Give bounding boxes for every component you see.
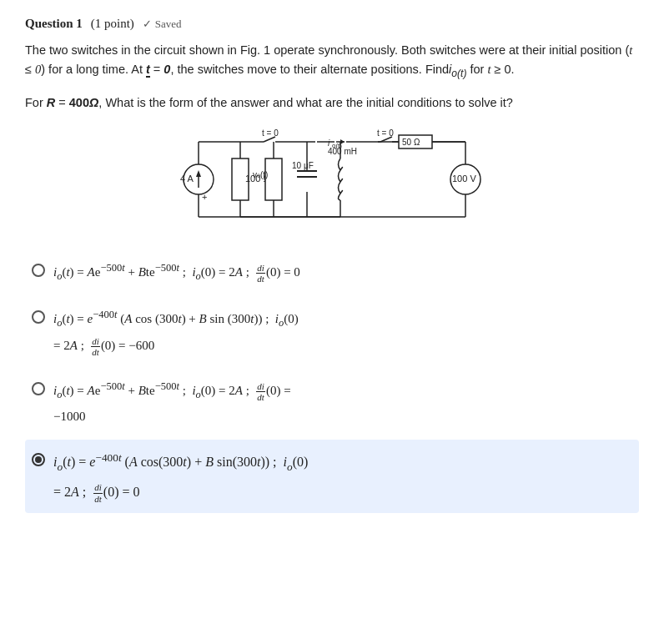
problem-text: The two switches in the circuit shown in… <box>25 41 639 82</box>
svg-rect-17 <box>265 158 282 200</box>
for-r-line: For R = 400Ω, What is the form of the an… <box>25 93 639 113</box>
svg-text:t = 0: t = 0 <box>262 128 279 138</box>
circuit-container: 4 A + 100 Ω v₀(t) t = 0 10 μF <box>25 125 639 234</box>
svg-text:v₀(t): v₀(t) <box>253 170 268 179</box>
svg-text:t = 0: t = 0 <box>377 128 394 138</box>
circuit-diagram: 4 A + 100 Ω v₀(t) t = 0 10 μF <box>174 125 490 234</box>
option-2-radio[interactable] <box>32 310 45 324</box>
svg-text:+: + <box>202 192 207 202</box>
option-4-math: io(t) = e−400t (A cos(300t) + B sin(300t… <box>53 448 308 504</box>
svg-text:10 μF: 10 μF <box>292 161 314 170</box>
checkmark-icon: ✓ <box>143 18 152 31</box>
option-4-row[interactable]: io(t) = e−400t (A cos(300t) + B sin(300t… <box>25 440 639 512</box>
svg-marker-34 <box>340 139 345 144</box>
saved-label: Saved <box>155 18 182 31</box>
svg-text:50 Ω: 50 Ω <box>402 138 420 147</box>
option-3-math: io(t) = Ae−500t + Bte−500t ; io(0) = 2A … <box>53 377 291 429</box>
option-2-row[interactable]: io(t) = e−400t (A cos (300t) + B sin (30… <box>25 297 639 365</box>
option-1-row[interactable]: io(t) = Ae−500t + Bte−500t ; io(0) = 2A … <box>25 250 639 294</box>
option-3-radio[interactable] <box>32 382 45 395</box>
svg-text:4 A: 4 A <box>180 174 194 184</box>
option-4-radio[interactable] <box>32 453 45 466</box>
question-header: Question 1 (1 point) ✓ Saved <box>25 17 639 31</box>
option-2-math: io(t) = e−400t (A cos (300t) + B sin (30… <box>53 305 299 357</box>
svg-text:100 V: 100 V <box>452 174 476 184</box>
option-1-radio[interactable] <box>32 264 45 277</box>
option-3-row[interactable]: io(t) = Ae−500t + Bte−500t ; io(0) = 2A … <box>25 369 639 437</box>
question-points: (1 point) <box>91 17 134 31</box>
saved-badge: ✓ Saved <box>143 18 182 31</box>
question-title: Question 1 <box>25 17 83 31</box>
option-1-math: io(t) = Ae−500t + Bte−500t ; io(0) = 2A … <box>53 259 300 286</box>
options-container: io(t) = Ae−500t + Bte−500t ; io(0) = 2A … <box>25 250 639 516</box>
